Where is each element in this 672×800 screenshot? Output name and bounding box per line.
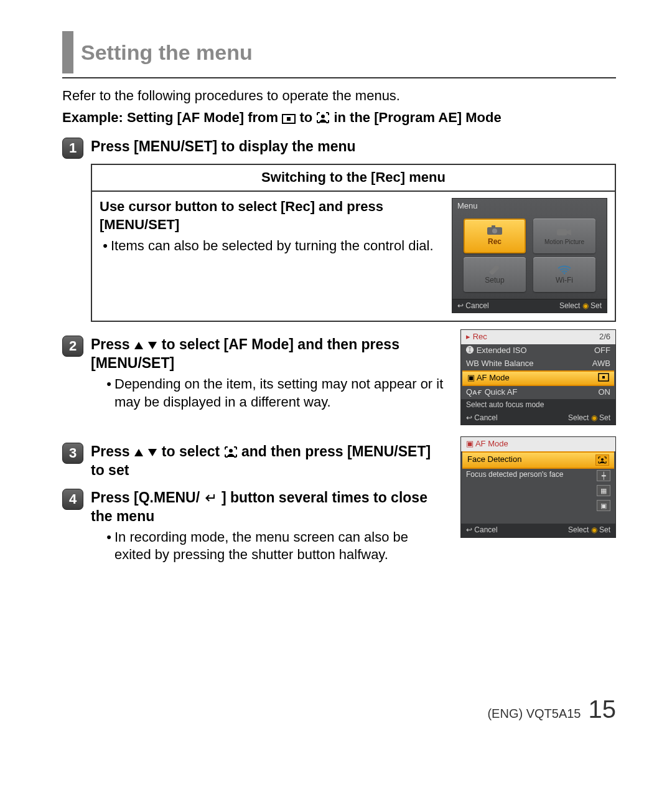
cam2-top-text: Rec bbox=[473, 332, 487, 341]
cam2-r3-name: AF Mode bbox=[477, 373, 510, 382]
cam2-cancel: ↩ Cancel bbox=[466, 413, 498, 423]
rec-flag-icon: ▸ bbox=[466, 332, 470, 341]
svg-point-10 bbox=[229, 449, 233, 453]
page-footer: (ENG) VQT5A15 15 bbox=[487, 693, 616, 725]
title-accent-bar bbox=[62, 31, 73, 73]
step-3-title: Press to select and then press [MENU/SET… bbox=[91, 443, 448, 480]
svg-point-11 bbox=[601, 458, 604, 461]
camera-menu-screenshot-1: Menu Rec Motion Picture Setup bbox=[452, 198, 607, 313]
cam1-select-label: Select bbox=[559, 301, 580, 310]
svg-rect-9 bbox=[602, 376, 605, 379]
example-post: in the [Program AE] Mode bbox=[334, 110, 501, 125]
page-title: Setting the menu bbox=[81, 31, 253, 73]
af-mode-icon: ▣ bbox=[466, 439, 474, 448]
cam2-r2-name: White Balance bbox=[482, 359, 534, 368]
svg-rect-6 bbox=[557, 229, 567, 235]
cam2-row-extended-iso: 🅘 Extended ISO OFF bbox=[461, 344, 615, 357]
cam2-row-af-mode-selected: ▣ AF Mode bbox=[462, 370, 614, 386]
return-icon bbox=[204, 492, 218, 504]
tile-setup-label: Setup bbox=[485, 276, 504, 286]
tile-motion-label: Motion Picture bbox=[544, 239, 584, 245]
tile-rec-label: Rec bbox=[488, 237, 502, 247]
cam2-r4-name: Quick AF bbox=[485, 387, 518, 397]
cam1-header: Menu bbox=[452, 199, 607, 214]
example-pre: Example: Setting [AF Mode] from bbox=[62, 110, 282, 125]
bullet-text: Items can also be selected by turning th… bbox=[111, 237, 444, 255]
horizontal-rule bbox=[62, 77, 616, 78]
step-1: 1 Press [MENU/SET] to display the menu bbox=[62, 138, 616, 159]
step-4-bullet-text: In recording mode, the menu screen can a… bbox=[114, 529, 448, 564]
multi-area-icon: ▦ bbox=[597, 485, 610, 496]
wb-icon: WB bbox=[466, 359, 479, 368]
step-3-mid: to select bbox=[162, 443, 224, 459]
cam2-select-set: Select ◉ Set bbox=[568, 413, 610, 423]
step-2-bullet-text: Depending on the item, its setting may n… bbox=[114, 375, 448, 411]
wifi-icon bbox=[556, 263, 572, 275]
qaf-icon: Qᴀғ bbox=[466, 387, 482, 397]
tile-motion-picture: Motion Picture bbox=[533, 219, 595, 253]
cam2-r2-val: AWB bbox=[592, 359, 610, 369]
wrench-icon bbox=[487, 263, 503, 275]
up-triangle-icon bbox=[134, 448, 144, 457]
step-2-badge: 2 bbox=[62, 336, 83, 357]
bullet-dot: • bbox=[103, 375, 114, 411]
step-3-badge: 3 bbox=[62, 443, 83, 464]
footer-code: (ENG) VQT5A15 bbox=[487, 705, 581, 722]
box-header: Switching to the [Rec] menu bbox=[92, 165, 615, 192]
step-1-badge: 1 bbox=[62, 138, 83, 159]
svg-point-4 bbox=[492, 228, 497, 233]
dial-icon: ◉ bbox=[582, 301, 590, 310]
return-arrow-icon: ↩ bbox=[457, 301, 464, 310]
cam3-top: ▣ AF Mode bbox=[461, 437, 615, 451]
step-2-bullet: • Depending on the item, its setting may… bbox=[103, 375, 448, 411]
cam3-cancel-label: Cancel bbox=[474, 525, 497, 534]
camera-icon bbox=[486, 225, 503, 236]
cam3-mode-icons: ┿ ▦ ▣ bbox=[597, 470, 615, 511]
cam3-description: Focus detected person's face bbox=[461, 469, 597, 511]
tile-wifi: Wi-Fi bbox=[533, 257, 595, 292]
up-triangle-icon bbox=[134, 341, 144, 350]
step-3: 3 Press to select and then press [MENU/S… bbox=[62, 443, 448, 480]
intro-text: Refer to the following procedures to ope… bbox=[62, 87, 616, 105]
example-line: Example: Setting [AF Mode] from to in th… bbox=[62, 109, 616, 127]
step-4-title: Press [Q.MENU/ ] button several times to… bbox=[91, 489, 448, 526]
step-4-pre: Press [Q.MENU/ bbox=[91, 489, 200, 506]
cam1-cancel: ↩ Cancel bbox=[457, 301, 489, 311]
face-detect-icon bbox=[316, 111, 330, 124]
single-area-icon: ▣ bbox=[597, 500, 610, 511]
step-4-bullet: • In recording mode, the menu screen can… bbox=[103, 529, 448, 564]
camera-menu-screenshot-2: ▸ Rec 2/6 🅘 Extended ISO OFF WB White Ba… bbox=[460, 329, 616, 425]
tile-rec: Rec bbox=[464, 219, 526, 253]
svg-point-7 bbox=[564, 273, 566, 275]
cam2-r1-name: Extended ISO bbox=[477, 346, 527, 355]
cam2-cancel-label: Cancel bbox=[474, 413, 497, 422]
svg-rect-1 bbox=[287, 117, 291, 121]
video-camera-icon bbox=[556, 227, 573, 238]
tile-setup: Setup bbox=[464, 257, 526, 292]
bullet-dot: • bbox=[103, 529, 114, 564]
page-title-row: Setting the menu bbox=[62, 31, 616, 73]
cam2-select-label: Select bbox=[568, 413, 589, 422]
cam1-select-set: Select ◉ Set bbox=[559, 301, 602, 311]
cam1-set-label: Set bbox=[590, 301, 602, 310]
cam3-set-label: Set bbox=[599, 525, 610, 534]
step-1-title: Press [MENU/SET] to display the menu bbox=[91, 138, 356, 156]
cam3-select-set: Select ◉ Set bbox=[568, 525, 610, 535]
cam2-r3-val-icon bbox=[598, 373, 609, 384]
cam2-r1-val: OFF bbox=[594, 346, 610, 356]
cam3-row-label: Face Detection bbox=[467, 454, 521, 466]
cam3-select-label: Select bbox=[568, 525, 589, 534]
af-icon: ▣ bbox=[467, 373, 475, 382]
bullet-dot: • bbox=[100, 237, 111, 255]
step-4: 4 Press [Q.MENU/ ] button several times … bbox=[62, 489, 448, 526]
page-number: 15 bbox=[589, 693, 617, 725]
cam3-row-face-detection-selected: Face Detection bbox=[462, 451, 614, 469]
cam2-row-white-balance: WB White Balance AWB bbox=[461, 357, 615, 370]
cam1-cancel-label: Cancel bbox=[465, 301, 488, 310]
cam2-set-label: Set bbox=[599, 413, 610, 422]
cam3-top-label: AF Mode bbox=[475, 439, 508, 448]
cam2-page-indicator: 2/6 bbox=[599, 332, 610, 342]
step-2-pre: Press bbox=[91, 336, 134, 352]
box-subtitle: Use cursor button to select [Rec] and pr… bbox=[100, 198, 444, 233]
down-triangle-icon bbox=[147, 341, 157, 350]
